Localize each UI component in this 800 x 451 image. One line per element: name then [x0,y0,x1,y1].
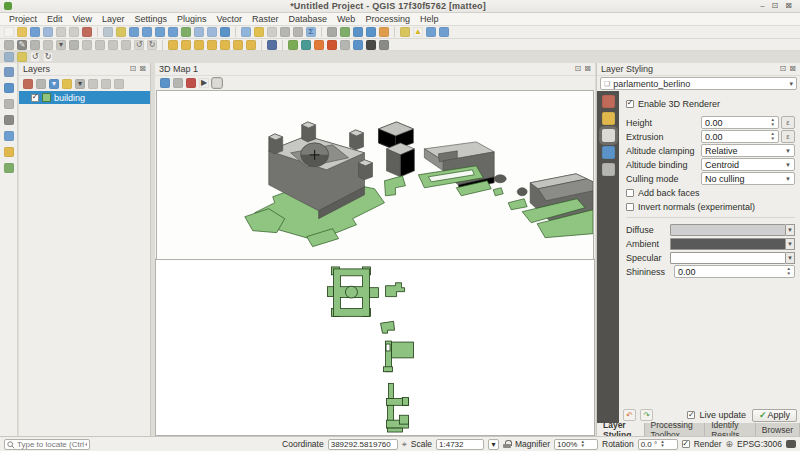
help-whatis-icon[interactable] [353,40,363,50]
zoom-full-icon[interactable] [155,27,165,37]
new-bookmark-icon[interactable] [353,27,363,37]
tab-browser[interactable]: Browser [756,423,800,436]
extrusion-data-defined-override-button[interactable]: ε [781,130,795,143]
scale-dropdown[interactable]: ▾ [488,439,499,450]
render-checkbox[interactable] [682,440,690,448]
mesh-calculator-icon[interactable] [4,52,14,62]
zoom-to-selection-icon[interactable] [168,27,178,37]
float-panel-icon[interactable]: ⊡ [780,65,787,73]
specular-color-button[interactable] [670,252,786,264]
label-highlight-icon[interactable] [168,40,178,50]
menu-plugins[interactable]: Plugins [172,14,212,24]
label-show-hide-icon[interactable] [194,40,204,50]
messages-icon[interactable] [786,440,796,448]
crs-status[interactable]: EPSG:3006 [737,439,782,449]
specular-color-dropdown[interactable]: ▼ [786,252,795,264]
magnifier-spinbox[interactable]: 100%▲▼ [554,439,598,450]
gdal-tools-icon[interactable] [301,40,311,50]
delete-selected-icon[interactable] [82,40,92,50]
shininess-spinbox[interactable]: 0.00▲▼ [674,265,795,278]
remove-layer-icon[interactable] [114,79,124,89]
tab-layer-styling[interactable]: Layer Styling [597,423,645,436]
select-features-icon[interactable] [254,27,264,37]
new-shapefile-layer-icon[interactable] [4,115,14,125]
map-tips-icon[interactable] [340,27,350,37]
history-tab-icon[interactable] [602,163,615,176]
field-calculator-icon[interactable] [293,27,303,37]
redo-icon[interactable]: ↻ [147,40,157,50]
open-attribute-table-icon[interactable] [280,27,290,37]
ambient-color-dropdown[interactable]: ▼ [786,238,795,250]
add-mesh-layer-icon[interactable] [4,163,14,173]
menu-project[interactable]: Project [4,14,42,24]
metasearch-catalog-icon[interactable] [439,27,449,37]
symbology-tab-icon[interactable] [602,95,615,108]
processing-toolbox-icon[interactable] [267,40,277,50]
menu-help[interactable]: Help [415,14,444,24]
minimize-icon[interactable]: – [760,2,764,10]
toggle-editing-icon[interactable]: ✎ [17,40,27,50]
temporal-controller-icon[interactable] [379,27,389,37]
show-bookmarks-icon[interactable] [366,27,376,37]
cut-features-icon[interactable] [95,40,105,50]
ambient-color-button[interactable] [670,238,786,250]
extrusion-spinbox[interactable]: 0.00▲▼ [701,130,779,143]
profile-tool-icon[interactable] [379,40,389,50]
style-manager-icon[interactable] [82,27,92,37]
filter-by-expression-icon[interactable]: ▾ [75,79,85,89]
map-canvas-2d[interactable] [155,259,595,436]
menu-settings[interactable]: Settings [129,14,172,24]
expand-all-icon[interactable] [88,79,98,89]
menu-web[interactable]: Web [332,14,360,24]
coordinate-input[interactable] [328,439,398,450]
project-save-icon[interactable] [30,27,40,37]
saga-tools-icon[interactable] [327,40,337,50]
label-rotate-icon[interactable] [220,40,230,50]
invert-normals-checkbox[interactable] [626,203,634,211]
python-console-icon[interactable] [400,27,410,37]
close-icon[interactable]: ⊠ [785,2,792,10]
measure-icon[interactable] [327,27,337,37]
altitude-binding-combo[interactable]: Centroid▼ [701,158,795,171]
label-change-icon[interactable] [233,40,243,50]
menu-view[interactable]: View [68,14,97,24]
live-update-checkbox[interactable] [687,411,695,419]
culling-mode-combo[interactable]: No culling▼ [701,172,795,185]
diffuse-color-button[interactable] [670,224,786,236]
layer-visibility-checkbox[interactable] [31,94,39,102]
add-feature-options-icon[interactable]: ▾ [56,40,66,50]
view-3d-tab-icon[interactable] [602,129,615,142]
tab-identify-results[interactable]: Identify Results [705,423,756,436]
new-print-layout-icon[interactable] [56,27,66,37]
labels-tab-icon[interactable] [602,112,615,125]
undo-icon[interactable]: ↺ [134,40,144,50]
crs-globe-icon[interactable]: ⊕ [726,440,734,449]
pan-to-selection-icon[interactable] [116,27,126,37]
undo-style-button[interactable]: ↶ [623,409,636,421]
menu-processing[interactable]: Processing [360,14,415,24]
new-geopackage-layer-icon[interactable] [4,99,14,109]
pan-map-icon[interactable] [103,27,113,37]
locator-search-input[interactable] [4,439,90,450]
tab-processing-toolbox[interactable]: Processing Toolbox [645,423,706,436]
paste-features-icon[interactable] [121,40,131,50]
python-plugin-icon[interactable] [340,40,350,50]
extents-toggle-icon[interactable]: ⌖ [402,440,407,449]
close-panel-icon[interactable]: ⊠ [789,65,796,73]
menu-database[interactable]: Database [284,14,333,24]
redo-style-button[interactable]: ↷ [640,409,653,421]
bug-report-icon[interactable] [366,40,376,50]
new-spatialite-layer-icon[interactable] [4,131,14,141]
zoom-next-icon[interactable] [207,27,217,37]
vertex-tool-icon[interactable] [69,40,79,50]
zoom-full-3d-icon[interactable] [160,78,170,88]
orfeo-toolbox-icon[interactable] [314,40,324,50]
statistical-summary-icon[interactable]: Σ [306,27,316,37]
vertex-editor-icon[interactable] [17,52,27,62]
height-data-defined-override-button[interactable]: ε [781,116,795,129]
messages-warning-icon[interactable]: ▲ [413,27,423,37]
close-panel-icon[interactable]: ⊠ [584,65,591,73]
zoom-out-icon[interactable] [142,27,152,37]
datasource-manager-icon[interactable] [4,67,14,77]
filter-legend-icon[interactable] [62,79,72,89]
